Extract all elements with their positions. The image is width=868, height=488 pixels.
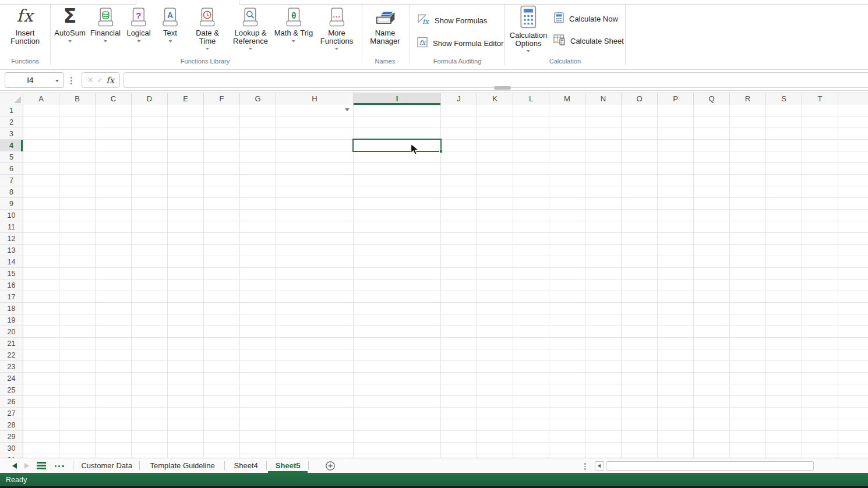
status-text: Ready: [6, 476, 27, 484]
column-header-o[interactable]: O: [622, 93, 658, 105]
ribbon-button-lookup-reference[interactable]: Lookup & Reference: [233, 5, 268, 50]
column-header-d[interactable]: D: [132, 93, 168, 105]
formula-bar-drag-handle[interactable]: [70, 76, 72, 86]
column-header-j[interactable]: J: [441, 93, 477, 105]
row-header-30[interactable]: 30: [0, 443, 23, 454]
add-sheet-button[interactable]: [325, 458, 336, 473]
next-sheet-icon[interactable]: [24, 463, 29, 469]
scroll-left-button[interactable]: [595, 461, 604, 471]
ribbon-button-text[interactable]: AText: [163, 5, 178, 43]
insert-function-fx-icon[interactable]: fx: [106, 75, 114, 86]
ribbon-button-logical[interactable]: ?Logical: [126, 5, 150, 43]
column-header-b[interactable]: B: [59, 93, 96, 105]
column-header-g[interactable]: G: [240, 93, 276, 105]
more-sheets-icon[interactable]: [54, 461, 65, 471]
calculate-sheet-button[interactable]: Calculate Sheet: [553, 34, 624, 47]
column-header-partial[interactable]: [838, 93, 868, 105]
row-header-22[interactable]: 22: [0, 349, 23, 361]
ribbon-button-date-time[interactable]: Date & Time: [196, 5, 219, 50]
fill-handle[interactable]: [439, 150, 443, 153]
calculation-options-button[interactable]: Calculation Options: [510, 5, 547, 52]
column-header-a[interactable]: A: [23, 93, 59, 105]
row-header-2[interactable]: 2: [0, 116, 23, 128]
column-header-m[interactable]: M: [549, 93, 585, 105]
row-header-26[interactable]: 26: [0, 396, 23, 408]
cells-area[interactable]: [23, 105, 868, 458]
show-formulas-button[interactable]: fx Show Formulas: [417, 14, 487, 27]
row-header-14[interactable]: 14: [0, 256, 23, 268]
column-header-c[interactable]: C: [96, 93, 132, 105]
column-header-q[interactable]: Q: [694, 93, 730, 105]
row-header-16[interactable]: 16: [0, 280, 23, 291]
insert-function-button[interactable]: fx Insert Function: [10, 5, 40, 45]
calculate-now-button[interactable]: Calculate Now: [553, 12, 618, 25]
formula-bar-buttons: ✕ ✓ fx: [82, 72, 120, 88]
svg-text:...: ...: [333, 10, 341, 19]
sheet-tab-customer-data[interactable]: Customer Data: [73, 458, 140, 473]
gridline: [585, 105, 585, 458]
chevron-down-icon: [249, 48, 252, 50]
enter-icon[interactable]: ✓: [97, 76, 103, 84]
row-header-1[interactable]: 1: [0, 105, 23, 116]
row-header-6[interactable]: 6: [0, 163, 23, 175]
select-all-corner[interactable]: [0, 93, 23, 105]
row-header-11[interactable]: 11: [0, 221, 23, 233]
filter-dropdown-icon[interactable]: [345, 108, 350, 111]
row-header-25[interactable]: 25: [0, 384, 23, 396]
row-header-13[interactable]: 13: [0, 245, 23, 256]
row-header-20[interactable]: 20: [0, 326, 23, 338]
row-header-17[interactable]: 17: [0, 291, 23, 303]
row-header-5[interactable]: 5: [0, 151, 23, 163]
row-header-28[interactable]: 28: [0, 419, 23, 431]
row-header-19[interactable]: 19: [0, 314, 23, 326]
column-header-t[interactable]: T: [802, 93, 838, 105]
name-manager-button[interactable]: Name Manager: [370, 5, 400, 45]
cancel-icon[interactable]: ✕: [87, 76, 94, 84]
show-formula-editor-button[interactable]: fx Show Formula Editor: [417, 37, 503, 49]
ribbon-button-math-trig[interactable]: θMath & Trig: [274, 5, 313, 43]
row-header-8[interactable]: 8: [0, 186, 23, 198]
sigma-icon: Σ: [63, 5, 77, 27]
row-header-15[interactable]: 15: [0, 268, 23, 280]
prev-sheet-icon[interactable]: [12, 463, 17, 469]
column-header-h[interactable]: H: [276, 93, 354, 105]
row-header-23[interactable]: 23: [0, 361, 23, 373]
row-header-21[interactable]: 21: [0, 338, 23, 349]
book-coins-icon: [98, 5, 114, 27]
ribbon-button-financial[interactable]: Financial: [90, 5, 121, 43]
sheet-list-menu-icon[interactable]: [37, 461, 46, 471]
splitter-handle[interactable]: [494, 86, 511, 90]
row-header-3[interactable]: 3: [0, 128, 23, 140]
column-header-n[interactable]: N: [585, 93, 622, 105]
row-header-29[interactable]: 29: [0, 431, 23, 443]
column-header-s[interactable]: S: [766, 93, 802, 105]
row-header-12[interactable]: 12: [0, 233, 23, 245]
column-header-k[interactable]: K: [477, 93, 513, 105]
row-header-10[interactable]: 10: [0, 210, 23, 221]
gridline: [131, 105, 132, 458]
sheet-tab-sheet5[interactable]: Sheet5: [267, 458, 309, 473]
calculate-now-icon: [553, 12, 564, 26]
formula-input[interactable]: [124, 72, 868, 88]
ribbon-button-more-functions[interactable]: ...More Functions: [320, 5, 353, 50]
column-header-f[interactable]: F: [204, 93, 240, 105]
row-header-9[interactable]: 9: [0, 198, 23, 210]
row-header-27[interactable]: 27: [0, 408, 23, 419]
horizontal-scrollbar[interactable]: [606, 461, 814, 471]
scrollbar-drag-handle[interactable]: [584, 462, 586, 471]
row-header-24[interactable]: 24: [0, 373, 23, 384]
column-header-r[interactable]: R: [730, 93, 766, 105]
column-header-i[interactable]: I: [354, 93, 441, 105]
column-header-p[interactable]: P: [658, 93, 694, 105]
grid-body: 1234567891011121314151617181920212223242…: [0, 105, 868, 458]
sheet-tab-template-guideline[interactable]: Template Guideline: [140, 458, 225, 473]
sheet-tab-sheet4[interactable]: Sheet4: [225, 458, 267, 473]
column-header-e[interactable]: E: [168, 93, 204, 105]
row-header-7[interactable]: 7: [0, 175, 23, 186]
name-box[interactable]: I4: [5, 72, 64, 88]
ribbon-button-autosum[interactable]: ΣAutoSum: [54, 5, 85, 43]
row-header-18[interactable]: 18: [0, 303, 23, 314]
book-question-icon: ?: [130, 5, 146, 27]
column-header-l[interactable]: L: [513, 93, 549, 105]
row-header-4[interactable]: 4: [0, 140, 23, 151]
